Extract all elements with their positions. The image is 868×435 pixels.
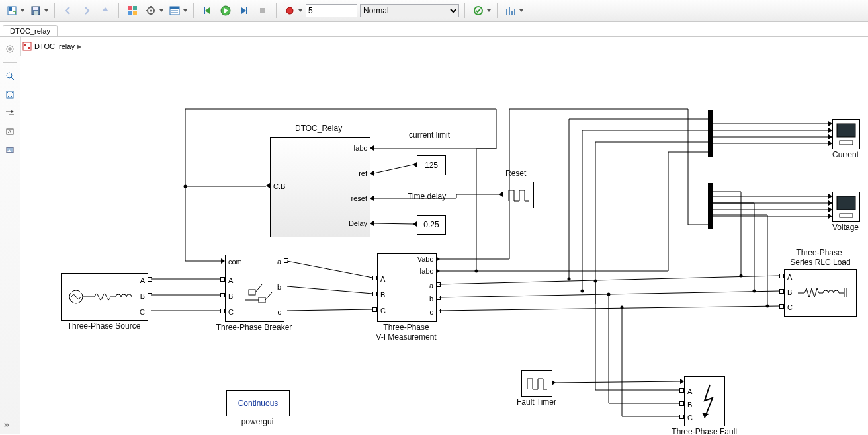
- svg-line-76: [374, 165, 413, 173]
- block-three-phase-source[interactable]: A B C: [61, 273, 148, 321]
- block-scope-voltage[interactable]: [832, 192, 860, 222]
- svg-rect-8: [128, 6, 132, 10]
- block-constant-125[interactable]: 125: [417, 155, 446, 175]
- svg-line-84: [439, 306, 779, 311]
- svg-point-31: [286, 7, 293, 14]
- block-label-breaker: Three-Phase Breaker: [212, 323, 296, 332]
- stop-button[interactable]: [255, 3, 271, 19]
- block-rlc-load[interactable]: A B C: [784, 269, 857, 317]
- block-label-current: Current: [828, 150, 863, 159]
- svg-rect-53: [28, 47, 30, 49]
- svg-line-59: [255, 284, 262, 292]
- block-label-load-2: Series RLC Load: [774, 258, 867, 267]
- svg-point-2: [15, 13, 16, 14]
- block-three-phase-fault[interactable]: A B C: [684, 376, 725, 426]
- port-vi-iabc: Iabc: [419, 267, 433, 275]
- label-current-limit: current limit: [409, 130, 450, 139]
- model-explorer-button[interactable]: [167, 3, 188, 19]
- svg-line-88: [555, 381, 680, 383]
- svg-marker-34: [487, 9, 491, 12]
- fit-button[interactable]: [2, 87, 18, 102]
- model-canvas[interactable]: DTOC_Relay C.B Iabc ref reset Delay curr…: [20, 56, 868, 434]
- block-mux-current[interactable]: [708, 110, 713, 157]
- label-time-delay: Time delay: [408, 192, 446, 201]
- left-palette: A: [0, 37, 21, 434]
- svg-point-87: [621, 306, 624, 309]
- library-browser-button[interactable]: [124, 3, 140, 19]
- step-forward-button[interactable]: [236, 3, 252, 19]
- svg-marker-71: [702, 413, 709, 418]
- svg-text:A: A: [8, 129, 11, 134]
- block-constant-025[interactable]: 0.25: [417, 215, 446, 235]
- svg-rect-68: [840, 141, 853, 145]
- svg-rect-69: [837, 196, 855, 210]
- block-label-fault: Three-Phase Fault: [668, 427, 741, 434]
- port-ref: ref: [359, 169, 367, 177]
- block-vi-measurement[interactable]: A B C Vabc Iabc a b c: [377, 253, 437, 322]
- svg-line-82: [439, 276, 779, 284]
- zoom-button[interactable]: [2, 68, 18, 84]
- block-label-load-1: Three-Phase: [779, 248, 859, 257]
- svg-rect-57: [249, 290, 255, 295]
- image-button[interactable]: [2, 142, 18, 158]
- back-button[interactable]: [60, 3, 76, 19]
- svg-marker-24: [205, 7, 210, 14]
- chevron-right-icon: ▶: [77, 44, 81, 50]
- annotation-button[interactable]: A: [2, 124, 18, 139]
- svg-line-79: [287, 286, 372, 294]
- svg-rect-10: [128, 11, 132, 15]
- block-mux-voltage[interactable]: [708, 183, 713, 229]
- svg-line-83: [439, 291, 779, 297]
- port-delay: Delay: [349, 219, 367, 227]
- block-reset-pulse[interactable]: [503, 182, 534, 208]
- build-button[interactable]: [470, 3, 492, 19]
- port-vi-B: B: [380, 291, 385, 299]
- up-button[interactable]: [97, 3, 113, 19]
- svg-point-85: [594, 280, 597, 283]
- block-fault-timer[interactable]: [521, 370, 552, 397]
- block-powergui[interactable]: Continuous: [226, 390, 290, 416]
- svg-marker-23: [183, 9, 187, 12]
- record-button[interactable]: [282, 3, 303, 19]
- tab-dtoc-relay[interactable]: DTOC_relay: [3, 25, 58, 36]
- block-three-phase-breaker[interactable]: com A B C a b c: [225, 255, 284, 322]
- block-scope-current[interactable]: [832, 119, 860, 149]
- forward-button[interactable]: [79, 3, 95, 19]
- svg-line-44: [11, 77, 14, 80]
- block-label-powergui: powergui: [226, 417, 288, 426]
- svg-marker-32: [298, 9, 302, 12]
- svg-point-92: [753, 290, 756, 293]
- svg-point-93: [766, 305, 769, 308]
- stop-time-input[interactable]: [306, 4, 357, 17]
- breadcrumb-model[interactable]: DTOC_relay: [34, 42, 75, 50]
- config-button[interactable]: [143, 3, 164, 19]
- svg-point-43: [7, 73, 12, 78]
- expand-button[interactable]: »: [4, 419, 9, 430]
- simulation-mode-select[interactable]: Normal: [360, 4, 459, 17]
- block-label-voltage: Voltage: [828, 223, 863, 232]
- port-src-c: C: [140, 308, 145, 316]
- new-model-button[interactable]: [4, 3, 25, 19]
- svg-marker-3: [21, 9, 24, 12]
- port-vi-vabc: Vabc: [417, 255, 433, 263]
- signal-button[interactable]: [2, 105, 18, 121]
- svg-point-91: [740, 274, 743, 278]
- tools-button[interactable]: [503, 3, 524, 19]
- step-back-button[interactable]: [199, 3, 215, 19]
- svg-marker-39: [519, 9, 523, 12]
- save-button[interactable]: [28, 3, 49, 19]
- hide-show-button[interactable]: [2, 41, 18, 57]
- label-reset: Reset: [505, 169, 526, 178]
- svg-marker-18: [159, 9, 163, 12]
- port-vi-C: C: [380, 307, 386, 315]
- tab-strip: DTOC_relay: [0, 22, 868, 37]
- block-dtoc-relay[interactable]: C.B Iabc ref reset Delay: [270, 137, 370, 237]
- svg-point-13: [150, 10, 152, 12]
- svg-line-77: [374, 223, 413, 224]
- run-button[interactable]: [218, 3, 234, 19]
- breadcrumb[interactable]: DTOC_relay ▶: [22, 40, 81, 53]
- block-label-source: Three-Phase Source: [61, 321, 147, 331]
- block-label-fault-timer: Fault Timer: [513, 397, 560, 407]
- wires: [20, 56, 868, 434]
- svg-rect-9: [133, 6, 137, 10]
